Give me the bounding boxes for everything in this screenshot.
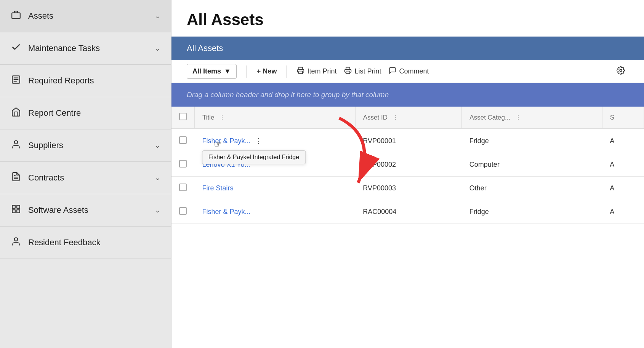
chevron-icon: ▼ [224,67,231,75]
person2-icon [11,236,21,249]
asset-id-cell: RVP00001 [355,129,462,153]
page-title: All Assets [187,11,629,29]
asset-id-cell: RVP00003 [355,177,462,200]
asset-id-column-header: Asset ID ⋮ [355,107,462,129]
column-drag-dots[interactable]: ⋮ [392,114,399,121]
s-cell: A [602,200,644,224]
group-by-bar: Drag a column header and drop it here to… [171,83,644,107]
s-column-header: S [602,107,644,129]
title-cell: Fire Stairs [195,177,356,200]
sidebar-item-label: Software Assets [28,205,88,215]
page-title-area: All Assets [171,0,644,37]
chevron-down-icon: ⌄ [155,12,160,20]
chevron-down-icon: ⌄ [155,206,160,214]
asset-id-cell: RAC00004 [355,200,462,224]
item-print-label: Item Print [307,67,336,75]
svg-point-15 [620,69,622,72]
svg-rect-13 [299,71,303,74]
table-area: Title ⋮ Asset ID ⋮ Asset Categ... ⋮ S [171,107,644,224]
row-checkbox-cell [171,129,195,153]
new-label: + New [257,67,277,75]
title-cell: Fisher & Payk... [195,200,356,224]
printer-icon [297,67,304,76]
settings-button[interactable] [613,64,629,79]
home-icon [11,107,21,119]
row-checkbox-cell [171,177,195,200]
column-drag-dots[interactable]: ⋮ [219,114,225,121]
item-print-button[interactable]: Item Print [293,64,340,78]
table-wrapper: Title ⋮ Asset ID ⋮ Asset Categ... ⋮ S [171,107,644,348]
tooltip: Fisher & Paykel Integrated Fridge [202,150,306,164]
section-header: All Assets [171,37,644,60]
svg-rect-9 [17,205,20,208]
sidebar-item-contracts[interactable]: Contracts ⌄ [0,162,171,194]
sidebar-item-assets[interactable]: Assets ⌄ [0,0,171,32]
sidebar-item-resident-feedback[interactable]: Resident Feedback [0,227,171,259]
new-button[interactable]: + New [253,65,281,78]
sidebar-item-label: Report Centre [28,108,81,118]
asset-title-link[interactable]: Fisher & Payk... [202,208,251,216]
asset-category-column-header: Asset Categ... ⋮ [462,107,602,129]
sidebar-item-label: Suppliers [28,140,63,150]
list-print-icon [344,67,352,76]
sidebar-item-label: Maintenance Tasks [28,43,100,53]
comment-label: Comment [399,67,429,75]
chevron-down-icon: ⌄ [155,174,160,182]
assets-table: Title ⋮ Asset ID ⋮ Asset Categ... ⋮ S [171,107,644,224]
filter-dropdown[interactable]: All Items ▼ [187,64,237,79]
svg-rect-11 [17,210,20,213]
row-checkbox-cell [171,200,195,224]
s-cell: A [602,177,644,200]
person-icon [11,139,21,152]
toolbar-divider2 [287,65,287,78]
toolbar: All Items ▼ + New Item Print List Print … [171,60,644,83]
row-checkbox[interactable] [179,136,187,144]
sidebar-item-label: Assets [28,11,53,21]
sidebar-item-label: Contracts [28,173,64,183]
asset-title-link[interactable]: Fisher & Payk... [202,137,251,145]
sidebar-item-suppliers[interactable]: Suppliers ⌄ [0,129,171,162]
row-checkbox[interactable] [179,207,187,215]
title-column-header: Title ⋮ [195,107,356,129]
sidebar-item-required-reports[interactable]: Required Reports [0,65,171,97]
tooltip-container: Fisher & Payk... ⋮ ☞ Fisher & Paykel Int… [202,136,264,146]
asset-title-link[interactable]: Fire Stairs [202,184,234,192]
toolbar-divider [247,65,247,78]
svg-rect-8 [12,205,15,208]
chevron-down-icon: ⌄ [155,44,160,53]
comment-button[interactable]: Comment [385,64,433,78]
category-cell: Computer [462,153,602,177]
report-icon [11,75,21,87]
sidebar-item-label: Resident Feedback [28,238,101,247]
check-icon [11,42,21,54]
comment-icon [389,67,396,76]
sidebar-item-software-assets[interactable]: Software Assets ⌄ [0,194,171,227]
chevron-down-icon: ⌄ [155,141,160,150]
sidebar-item-report-centre[interactable]: Report Centre [0,97,171,129]
category-cell: Fridge [462,129,602,153]
s-cell: A [602,153,644,177]
row-checkbox-cell [171,153,195,177]
title-cell: Fisher & Payk... ⋮ ☞ Fisher & Paykel Int… [195,129,356,153]
sidebar-item-label: Required Reports [28,76,94,86]
filter-label: All Items [192,67,221,75]
row-context-menu-button[interactable]: ⋮ [253,136,264,146]
category-cell: Fridge [462,200,602,224]
main-content: All Assets All Assets All Items ▼ + New … [171,0,644,348]
row-checkbox[interactable] [179,160,187,168]
table-row: Fire Stairs RVP00003 Other A [171,177,644,200]
grid-icon [11,204,21,216]
column-drag-dots[interactable]: ⋮ [515,114,521,121]
svg-point-5 [14,140,18,144]
s-cell: A [602,129,644,153]
list-print-button[interactable]: List Print [340,64,385,78]
asset-id-cell: RVP00002 [355,153,462,177]
svg-point-12 [14,238,18,241]
select-all-checkbox[interactable] [179,113,187,120]
list-print-label: List Print [354,67,381,75]
sidebar: Assets ⌄ Maintenance Tasks ⌄ Required Re… [0,0,171,348]
sidebar-item-maintenance-tasks[interactable]: Maintenance Tasks ⌄ [0,32,171,65]
gear-icon [617,66,625,77]
row-checkbox[interactable] [179,184,187,191]
svg-rect-10 [12,210,15,213]
